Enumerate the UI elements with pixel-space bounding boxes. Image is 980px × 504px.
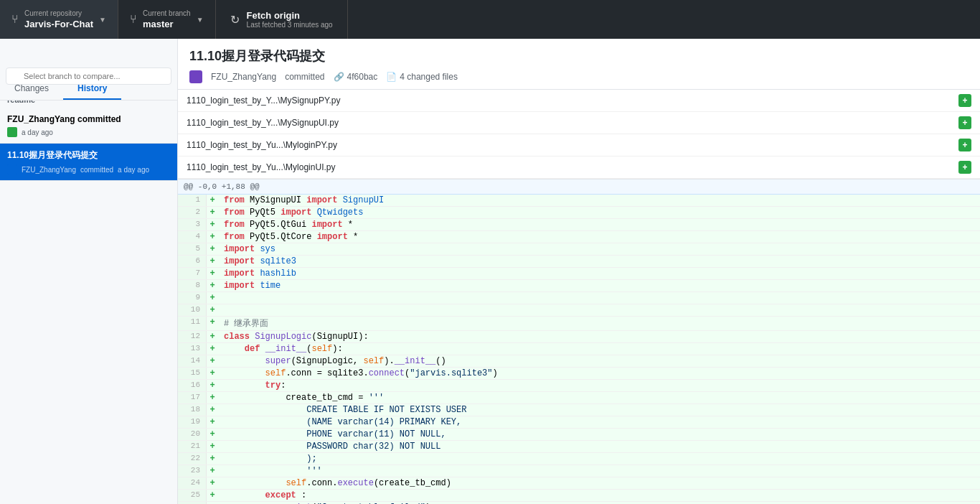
repo-selector[interactable]: ⑂ Current repository Jarvis-For-Chat ▼ [0,0,118,39]
top-bar: ⑂ Current repository Jarvis-For-Chat ▼ ⑂… [0,0,980,39]
repo-label: Current repository [24,9,93,17]
fetch-sub: Last fetched 3 minutes ago [247,21,333,29]
branch-selector[interactable]: ⑂ Current branch master ▼ [118,0,216,39]
repo-chevron-icon: ▼ [99,16,106,24]
fetch-title: Fetch origin [247,10,333,21]
branch-chevron-icon: ▼ [197,16,204,24]
fetch-icon: ↻ [230,13,240,27]
branch-label: Current branch [143,9,191,17]
fetch-origin-button[interactable]: ↻ Fetch origin Last fetched 3 minutes ag… [216,0,348,39]
repo-icon: ⑂ [11,13,19,26]
branch-name: master [143,19,191,29]
branch-icon: ⑂ [130,13,137,26]
repo-name: Jarvis-For-Chat [24,19,93,29]
